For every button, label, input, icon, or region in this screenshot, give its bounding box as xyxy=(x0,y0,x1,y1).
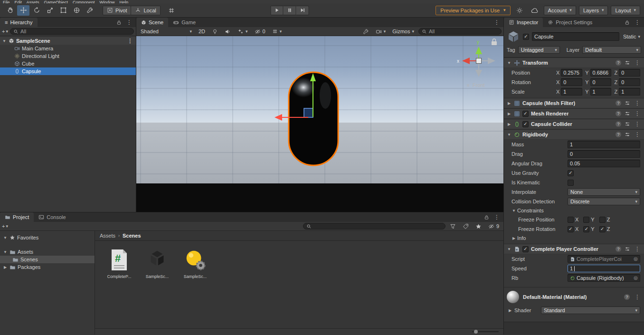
project-search-input[interactable] xyxy=(303,223,445,230)
freeze-position-y-checkbox[interactable] xyxy=(583,217,589,223)
search-by-type-button[interactable] xyxy=(447,222,458,230)
foldout-icon[interactable]: ▼ xyxy=(3,236,8,240)
folder-assets[interactable]: ▼ Assets xyxy=(0,248,95,256)
create-object-button[interactable]: + ▾ xyxy=(2,29,8,34)
active-checkbox[interactable]: ✓ xyxy=(523,34,529,40)
component-enabled-checkbox[interactable]: ✓ xyxy=(522,121,529,127)
presets-icon[interactable] xyxy=(625,246,630,252)
mass-field[interactable]: 1 xyxy=(568,141,640,148)
hierarchy-item-capsule[interactable]: Capsule xyxy=(0,67,136,75)
cloud-services-button[interactable] xyxy=(529,5,541,16)
kebab-menu-icon[interactable]: ⋮ xyxy=(634,121,641,127)
transform-tool-button[interactable] xyxy=(70,5,83,16)
scene-viewport[interactable]: y x ≡ Front xyxy=(136,36,503,212)
lock-icon[interactable] xyxy=(625,20,630,25)
draw-mode-dropdown[interactable]: Shaded ▾ xyxy=(138,28,194,35)
scale-y-field[interactable]: 1 xyxy=(590,88,612,96)
tab-console[interactable]: Console xyxy=(34,212,70,222)
kebab-menu-icon[interactable]: ⋮ xyxy=(634,132,641,137)
scene-lighting-toggle[interactable] xyxy=(209,28,220,35)
asset-lighting-settings[interactable]: SampleSc... xyxy=(180,248,211,279)
presets-icon[interactable] xyxy=(625,60,630,66)
script-object-field[interactable]: CompletePlayerCoi ◎ xyxy=(568,255,640,263)
kebab-menu-icon[interactable]: ⋮ xyxy=(634,246,641,252)
kebab-menu-icon[interactable]: ⋮ xyxy=(634,111,641,116)
breadcrumb-assets[interactable]: Assets xyxy=(100,233,115,239)
foldout-icon[interactable]: ▼ xyxy=(507,61,511,65)
layers-dropdown[interactable]: Layers▾ xyxy=(579,6,608,15)
kebab-menu-icon[interactable]: ⋮ xyxy=(125,19,133,25)
collision-detection-dropdown[interactable]: Discrete ▾ xyxy=(568,198,640,205)
create-asset-button[interactable]: + ▾ xyxy=(2,223,8,229)
foldout-icon[interactable]: ▼ xyxy=(2,39,7,43)
foldout-icon[interactable]: ▶ xyxy=(507,122,511,126)
interpolate-dropdown[interactable]: None ▾ xyxy=(568,188,640,196)
rect-tool-button[interactable] xyxy=(57,5,69,16)
scene-camera-dropdown[interactable]: ▾ xyxy=(373,28,388,35)
2d-toggle-button[interactable]: 2D xyxy=(196,28,208,35)
rotation-x-field[interactable]: 0 xyxy=(561,78,582,86)
search-by-label-button[interactable] xyxy=(460,222,471,230)
move-tool-button[interactable] xyxy=(17,5,29,16)
scene-search-input[interactable]: All xyxy=(418,28,502,35)
step-button[interactable] xyxy=(296,6,309,15)
player-controller-component-header[interactable]: ▼ ✓ Complete Player Controller ? ⋮ xyxy=(504,244,644,254)
foldout-icon[interactable]: ▶ xyxy=(507,112,511,116)
help-icon[interactable]: ? xyxy=(616,132,621,137)
info-foldout[interactable]: ▶ Info xyxy=(504,234,644,242)
hidden-objects-button[interactable]: 0 xyxy=(252,28,268,35)
rb-object-field[interactable]: Capsule (Rigidbody) ◎ xyxy=(568,274,640,282)
folder-scenes[interactable]: Scenes xyxy=(0,256,95,263)
play-button[interactable] xyxy=(271,6,284,15)
help-icon[interactable]: ? xyxy=(616,60,621,66)
rotation-y-field[interactable]: 0 xyxy=(590,78,612,86)
shader-dropdown[interactable]: Standard ▾ xyxy=(541,306,640,314)
folder-packages[interactable]: ▶ Packages xyxy=(0,263,95,271)
kebab-menu-icon[interactable]: ⋮ xyxy=(634,60,641,66)
kebab-menu-icon[interactable]: ⋮ xyxy=(493,214,501,220)
freeze-rotation-z-checkbox[interactable]: ✓ xyxy=(599,226,606,232)
scale-tool-button[interactable] xyxy=(44,5,56,16)
freeze-position-x-checkbox[interactable] xyxy=(568,217,574,223)
tab-project[interactable]: Project xyxy=(0,212,34,222)
viewport-lock-icon[interactable] xyxy=(492,39,497,45)
gizmos-dropdown[interactable]: Gizmos▾ xyxy=(390,28,417,35)
material-header[interactable]: Default-Material (Material) ? ⋮ xyxy=(504,287,644,306)
scene-tools-button[interactable] xyxy=(360,28,371,35)
position-z-field[interactable]: 0 xyxy=(619,69,640,77)
tab-inspector[interactable]: Inspector xyxy=(504,18,543,27)
foldout-icon[interactable]: ▼ xyxy=(507,247,511,251)
presets-icon[interactable] xyxy=(625,132,630,137)
angular-drag-field[interactable]: 0.05 xyxy=(568,160,640,167)
freeze-rotation-y-checkbox[interactable]: ✓ xyxy=(583,226,589,232)
mesh-renderer-component-header[interactable]: ▶ ✓ Mesh Renderer ? ⋮ xyxy=(504,108,644,119)
rotation-z-field[interactable]: 0 xyxy=(619,78,640,86)
foldout-icon[interactable]: ▶ xyxy=(3,265,8,269)
transform-component-header[interactable]: ▼ Transform ? ⋮ xyxy=(504,57,644,68)
tab-hierarchy[interactable]: ≡ Hierarchy xyxy=(0,18,38,27)
kebab-menu-icon[interactable]: ⋮ xyxy=(126,38,134,44)
asset-zoom-slider[interactable] xyxy=(472,331,499,332)
asset-complete-player-script[interactable]: # CompleteP... xyxy=(104,248,135,279)
preview-packages-button[interactable]: Preview Packages in Use ▾ xyxy=(436,6,510,15)
foldout-icon[interactable]: ▼ xyxy=(511,209,516,213)
component-enabled-checkbox[interactable]: ✓ xyxy=(522,246,529,252)
breadcrumb-scenes[interactable]: Scenes xyxy=(123,233,141,239)
mesh-filter-component-header[interactable]: ▶ Capsule (Mesh Filter) ? ⋮ xyxy=(504,98,644,108)
drag-field[interactable]: 0 xyxy=(568,150,640,158)
freeze-position-z-checkbox[interactable] xyxy=(599,217,606,223)
hierarchy-item-main-camera[interactable]: Main Camera xyxy=(0,45,136,52)
presets-icon[interactable] xyxy=(625,121,630,127)
object-picker-icon[interactable]: ◎ xyxy=(634,276,638,280)
grid-snapping-button[interactable] xyxy=(165,5,178,16)
scene-effects-dropdown[interactable]: ▾ xyxy=(235,28,250,35)
position-x-field[interactable]: 0.2575 xyxy=(561,69,582,77)
layout-dropdown[interactable]: Layout▾ xyxy=(611,6,640,15)
gameobject-name-field[interactable]: Capsule xyxy=(532,32,619,41)
grid-visibility-dropdown[interactable]: ▾ xyxy=(270,28,284,35)
foldout-icon[interactable]: ▶ xyxy=(508,308,512,313)
speed-field[interactable]: 1 xyxy=(568,265,640,272)
help-icon[interactable]: ? xyxy=(616,100,621,106)
component-enabled-checkbox[interactable]: ✓ xyxy=(522,111,529,117)
presets-icon[interactable] xyxy=(625,111,630,116)
